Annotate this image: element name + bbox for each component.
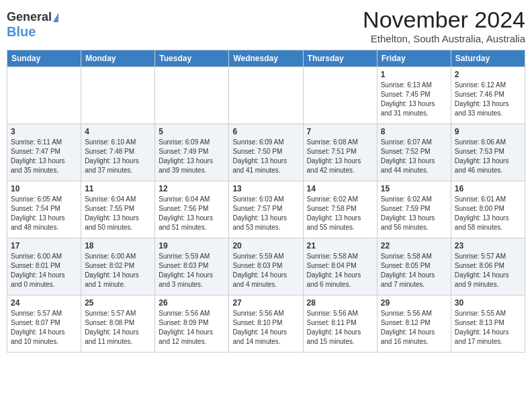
month-year-title: November 2024 xyxy=(363,7,525,33)
day-info: Sunrise: 5:57 AM Sunset: 8:08 PM Dayligh… xyxy=(85,309,151,347)
day-info: Sunrise: 5:58 AM Sunset: 8:05 PM Dayligh… xyxy=(381,252,447,289)
calendar-cell: 22Sunrise: 5:58 AM Sunset: 8:05 PM Dayli… xyxy=(377,238,451,295)
logo: General Blue xyxy=(7,7,58,39)
calendar-cell: 21Sunrise: 5:58 AM Sunset: 8:04 PM Dayli… xyxy=(303,238,377,295)
day-info: Sunrise: 6:07 AM Sunset: 7:52 PM Dayligh… xyxy=(381,138,447,175)
logo-icon xyxy=(53,13,58,22)
calendar-cell xyxy=(303,67,377,124)
day-info: Sunrise: 6:03 AM Sunset: 7:57 PM Dayligh… xyxy=(232,195,299,232)
day-info: Sunrise: 5:59 AM Sunset: 8:03 PM Dayligh… xyxy=(232,252,299,289)
day-number: 25 xyxy=(85,298,151,308)
day-number: 18 xyxy=(85,241,151,250)
day-number: 8 xyxy=(381,127,447,136)
day-number: 9 xyxy=(455,127,521,136)
calendar-week-3: 10Sunrise: 6:05 AM Sunset: 7:54 PM Dayli… xyxy=(7,181,525,238)
calendar-cell: 27Sunrise: 5:56 AM Sunset: 8:10 PM Dayli… xyxy=(229,295,303,353)
calendar-cell: 19Sunrise: 5:59 AM Sunset: 8:03 PM Dayli… xyxy=(155,238,229,295)
day-info: Sunrise: 5:59 AM Sunset: 8:03 PM Dayligh… xyxy=(159,252,225,289)
day-info: Sunrise: 5:57 AM Sunset: 8:06 PM Dayligh… xyxy=(455,252,521,289)
calendar-cell: 26Sunrise: 5:56 AM Sunset: 8:09 PM Dayli… xyxy=(155,295,229,353)
weekday-header-tuesday: Tuesday xyxy=(155,50,229,67)
day-info: Sunrise: 6:04 AM Sunset: 7:55 PM Dayligh… xyxy=(85,195,151,232)
page-header: General Blue November 2024 Ethelton, Sou… xyxy=(7,7,525,44)
calendar-cell: 2Sunrise: 6:12 AM Sunset: 7:46 PM Daylig… xyxy=(451,67,525,124)
location-subtitle: Ethelton, South Australia, Australia xyxy=(363,33,525,44)
day-info: Sunrise: 6:12 AM Sunset: 7:46 PM Dayligh… xyxy=(455,81,521,118)
day-info: Sunrise: 6:09 AM Sunset: 7:50 PM Dayligh… xyxy=(232,138,299,175)
calendar-cell: 25Sunrise: 5:57 AM Sunset: 8:08 PM Dayli… xyxy=(81,295,155,353)
day-info: Sunrise: 6:11 AM Sunset: 7:47 PM Dayligh… xyxy=(11,138,77,175)
weekday-header-saturday: Saturday xyxy=(451,50,525,67)
day-info: Sunrise: 6:02 AM Sunset: 7:58 PM Dayligh… xyxy=(307,195,373,232)
calendar-cell: 14Sunrise: 6:02 AM Sunset: 7:58 PM Dayli… xyxy=(303,181,377,238)
day-info: Sunrise: 5:56 AM Sunset: 8:09 PM Dayligh… xyxy=(159,309,225,347)
day-info: Sunrise: 6:05 AM Sunset: 7:54 PM Dayligh… xyxy=(11,195,77,232)
calendar-cell: 7Sunrise: 6:08 AM Sunset: 7:51 PM Daylig… xyxy=(303,124,377,181)
calendar-cell: 9Sunrise: 6:06 AM Sunset: 7:53 PM Daylig… xyxy=(451,124,525,181)
weekday-header-sunday: Sunday xyxy=(7,50,81,67)
calendar-week-4: 17Sunrise: 6:00 AM Sunset: 8:01 PM Dayli… xyxy=(7,238,525,295)
day-info: Sunrise: 6:13 AM Sunset: 7:45 PM Dayligh… xyxy=(381,81,447,118)
day-number: 30 xyxy=(455,298,521,308)
day-number: 24 xyxy=(11,298,77,308)
calendar-cell: 12Sunrise: 6:04 AM Sunset: 7:56 PM Dayli… xyxy=(155,181,229,238)
day-number: 5 xyxy=(159,127,225,136)
logo-text-blue: Blue xyxy=(7,24,36,39)
day-info: Sunrise: 5:56 AM Sunset: 8:10 PM Dayligh… xyxy=(232,309,299,347)
day-number: 17 xyxy=(11,241,77,250)
calendar-cell xyxy=(229,67,303,124)
day-info: Sunrise: 6:02 AM Sunset: 7:59 PM Dayligh… xyxy=(381,195,447,232)
logo-text-general: General xyxy=(7,11,52,24)
day-number: 22 xyxy=(381,241,447,250)
day-number: 16 xyxy=(455,184,521,193)
calendar-week-5: 24Sunrise: 5:57 AM Sunset: 8:07 PM Dayli… xyxy=(7,295,525,353)
day-number: 12 xyxy=(159,184,225,193)
calendar-table: SundayMondayTuesdayWednesdayThursdayFrid… xyxy=(7,50,525,353)
day-number: 3 xyxy=(11,127,77,136)
day-number: 6 xyxy=(232,127,299,136)
day-info: Sunrise: 6:06 AM Sunset: 7:53 PM Dayligh… xyxy=(455,138,521,175)
day-info: Sunrise: 6:00 AM Sunset: 8:02 PM Dayligh… xyxy=(85,252,151,289)
day-info: Sunrise: 6:00 AM Sunset: 8:01 PM Dayligh… xyxy=(11,252,77,289)
day-info: Sunrise: 5:58 AM Sunset: 8:04 PM Dayligh… xyxy=(307,252,373,289)
calendar-cell: 29Sunrise: 5:56 AM Sunset: 8:12 PM Dayli… xyxy=(377,295,451,353)
day-number: 26 xyxy=(159,298,225,308)
day-info: Sunrise: 6:09 AM Sunset: 7:49 PM Dayligh… xyxy=(159,138,225,175)
calendar-week-1: 1Sunrise: 6:13 AM Sunset: 7:45 PM Daylig… xyxy=(7,67,525,124)
calendar-cell xyxy=(81,67,155,124)
day-info: Sunrise: 5:55 AM Sunset: 8:13 PM Dayligh… xyxy=(455,309,521,347)
calendar-cell: 5Sunrise: 6:09 AM Sunset: 7:49 PM Daylig… xyxy=(155,124,229,181)
day-info: Sunrise: 5:56 AM Sunset: 8:12 PM Dayligh… xyxy=(381,309,447,347)
weekday-header-thursday: Thursday xyxy=(303,50,377,67)
calendar-cell: 23Sunrise: 5:57 AM Sunset: 8:06 PM Dayli… xyxy=(451,238,525,295)
day-number: 14 xyxy=(307,184,373,193)
day-number: 1 xyxy=(381,70,447,79)
day-number: 15 xyxy=(381,184,447,193)
calendar-cell: 11Sunrise: 6:04 AM Sunset: 7:55 PM Dayli… xyxy=(81,181,155,238)
calendar-cell: 18Sunrise: 6:00 AM Sunset: 8:02 PM Dayli… xyxy=(81,238,155,295)
day-number: 19 xyxy=(159,241,225,250)
day-number: 29 xyxy=(381,298,447,308)
day-number: 27 xyxy=(232,298,299,308)
calendar-cell: 3Sunrise: 6:11 AM Sunset: 7:47 PM Daylig… xyxy=(7,124,81,181)
day-info: Sunrise: 6:04 AM Sunset: 7:56 PM Dayligh… xyxy=(159,195,225,232)
calendar-cell xyxy=(155,67,229,124)
calendar-cell: 6Sunrise: 6:09 AM Sunset: 7:50 PM Daylig… xyxy=(229,124,303,181)
day-number: 21 xyxy=(307,241,373,250)
weekday-header-monday: Monday xyxy=(81,50,155,67)
day-info: Sunrise: 6:08 AM Sunset: 7:51 PM Dayligh… xyxy=(307,138,373,175)
day-info: Sunrise: 5:56 AM Sunset: 8:11 PM Dayligh… xyxy=(307,309,373,347)
day-number: 11 xyxy=(85,184,151,193)
day-number: 7 xyxy=(307,127,373,136)
calendar-cell: 4Sunrise: 6:10 AM Sunset: 7:48 PM Daylig… xyxy=(81,124,155,181)
day-number: 13 xyxy=(232,184,299,193)
calendar-cell: 30Sunrise: 5:55 AM Sunset: 8:13 PM Dayli… xyxy=(451,295,525,353)
weekday-header-friday: Friday xyxy=(377,50,451,67)
calendar-cell: 20Sunrise: 5:59 AM Sunset: 8:03 PM Dayli… xyxy=(229,238,303,295)
calendar-cell xyxy=(7,67,81,124)
title-block: November 2024 Ethelton, South Australia,… xyxy=(363,7,525,44)
day-info: Sunrise: 6:01 AM Sunset: 8:00 PM Dayligh… xyxy=(455,195,521,232)
weekday-header-wednesday: Wednesday xyxy=(229,50,303,67)
day-number: 20 xyxy=(232,241,299,250)
calendar-cell: 24Sunrise: 5:57 AM Sunset: 8:07 PM Dayli… xyxy=(7,295,81,353)
